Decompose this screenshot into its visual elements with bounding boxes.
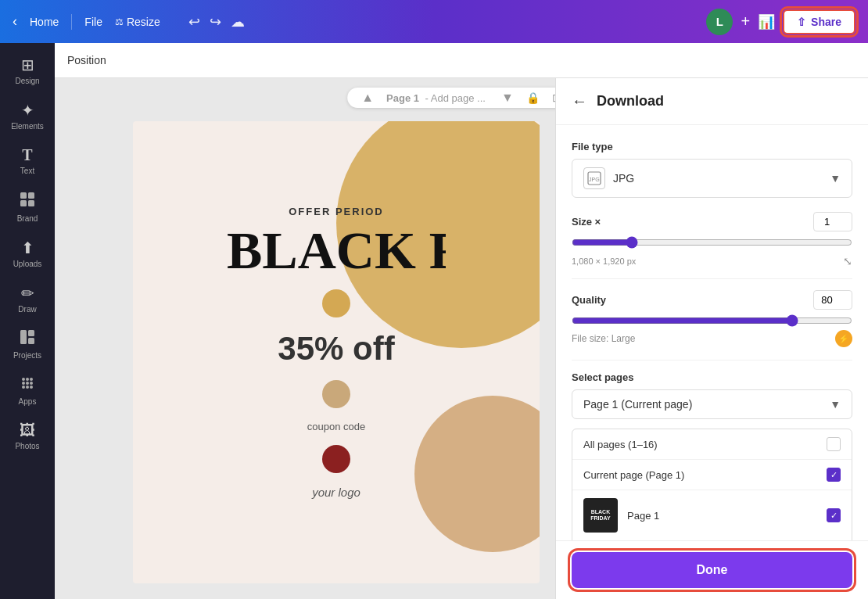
- page-all-name: All pages (1–16): [583, 439, 817, 450]
- page-1-checkbox[interactable]: ✓: [827, 508, 841, 522]
- projects-icon: [20, 329, 35, 349]
- sidebar-item-projects[interactable]: Projects: [2, 323, 52, 366]
- svg-rect-1: [28, 192, 34, 199]
- add-collaborator-button[interactable]: +: [741, 13, 750, 30]
- svg-rect-2: [20, 200, 27, 206]
- page-lock-icon[interactable]: 🔒: [526, 91, 540, 104]
- color-swatches: [227, 380, 446, 408]
- page-all-checkbox[interactable]: [827, 437, 841, 451]
- page-item-all[interactable]: All pages (1–16): [572, 429, 852, 460]
- save-cloud-icon[interactable]: ☁: [231, 13, 245, 30]
- sidebar-item-uploads[interactable]: ⬆ Uploads: [2, 232, 52, 274]
- topbar-right: L + 📊 ⇧ Share: [706, 9, 855, 35]
- page-indicator: ▲ Page 1 - Add page ... ▼ 🔒 ⊡: [347, 88, 576, 108]
- size-dims-icon: ⤡: [843, 255, 852, 267]
- headline-text: BLACK FRIDAY: [227, 224, 446, 277]
- sidebar-item-draw[interactable]: ✏ Draw: [2, 278, 52, 320]
- jpg-icon: JPG: [583, 167, 605, 189]
- toolbar: Position: [55, 43, 868, 78]
- pages-dropdown[interactable]: Page 1 (Current page) ▼: [572, 389, 852, 419]
- avatar[interactable]: L: [706, 9, 733, 35]
- sidebar-item-draw-label: Draw: [18, 305, 36, 314]
- page-1-thumb: BLACKFRIDAY: [583, 498, 618, 533]
- page-indicator-text: Page 1 - Add page ...: [386, 92, 489, 104]
- sidebar-item-apps[interactable]: Apps: [2, 369, 52, 412]
- filesize-row: File size: Large ⚡: [572, 330, 852, 347]
- svg-rect-0: [20, 192, 27, 199]
- sidebar-item-uploads-label: Uploads: [13, 260, 42, 268]
- sidebar-item-elements-label: Elements: [11, 122, 44, 131]
- share-button[interactable]: ⇧ Share: [783, 9, 855, 34]
- done-button-container: Done: [556, 540, 868, 599]
- filetype-dropdown[interactable]: JPG JPG ▼: [572, 159, 852, 198]
- panel-title: Download: [597, 93, 664, 109]
- offer-period-text: OFFER PERIOD: [227, 206, 446, 217]
- canvas-area: ▲ Page 1 - Add page ... ▼ 🔒 ⊡ OFFER PERI…: [55, 78, 868, 599]
- sidebar-item-elements[interactable]: ✦ Elements: [2, 95, 52, 137]
- size-slider-container: [572, 236, 852, 252]
- draw-icon: ✏: [21, 284, 34, 303]
- main-layout: ⊞ Design ✦ Elements T Text Brand ⬆ Uploa…: [0, 43, 868, 599]
- svg-point-9: [30, 378, 33, 381]
- design-icon: ⊞: [21, 56, 34, 74]
- discount-text: 35% off: [227, 330, 446, 368]
- pages-dropdown-text: Page 1 (Current page): [583, 398, 692, 411]
- quality-label: Quality: [572, 294, 606, 306]
- sidebar-item-brand-label: Brand: [17, 214, 38, 223]
- filetype-chevron-icon: ▼: [830, 172, 841, 185]
- topbar-center: ↩ ↪ ☁: [188, 13, 245, 30]
- photos-icon: 🖼: [20, 421, 35, 439]
- back-button[interactable]: ‹: [13, 13, 17, 30]
- topbar-divider: [71, 14, 72, 30]
- page-item-current[interactable]: Current page (Page 1) ✓: [572, 460, 852, 490]
- filetype-value: JPG: [613, 172, 634, 185]
- page-nav-down[interactable]: ▼: [501, 91, 514, 105]
- sidebar-item-apps-label: Apps: [19, 397, 37, 406]
- text-icon: T: [22, 146, 32, 164]
- topbar: ‹ Home File ⚖ Resize ↩ ↪ ☁ L + 📊 ⇧ Share: [0, 0, 868, 43]
- resize-icon: ⚖: [115, 16, 124, 27]
- svg-point-8: [26, 378, 29, 381]
- sidebar-item-text[interactable]: T Text: [2, 140, 52, 181]
- size-dims-text: 1,080 × 1,920 px: [572, 256, 636, 266]
- sidebar-item-photos[interactable]: 🖼 Photos: [2, 415, 52, 457]
- redo-button[interactable]: ↪: [210, 13, 221, 30]
- page-nav-up[interactable]: ▲: [361, 91, 374, 105]
- panel-body: File type JPG JPG ▼ Size ×: [556, 125, 868, 540]
- sidebar-item-brand[interactable]: Brand: [2, 185, 52, 229]
- analytics-icon[interactable]: 📊: [758, 13, 775, 30]
- svg-point-15: [30, 386, 33, 389]
- sidebar-item-design-label: Design: [15, 77, 39, 85]
- uploads-icon: ⬆: [21, 239, 34, 257]
- done-button[interactable]: Done: [572, 552, 852, 588]
- design-content: OFFER PERIOD BLACK FRIDAY 35% off coupon…: [211, 190, 461, 515]
- pages-list: All pages (1–16) Current page (Page 1) ✓…: [572, 429, 852, 540]
- separator-1: [572, 278, 852, 279]
- panel-back-button[interactable]: ←: [572, 92, 587, 110]
- undo-button[interactable]: ↩: [188, 13, 200, 30]
- size-row: Size ×: [572, 212, 852, 231]
- page-current-checkbox[interactable]: ✓: [827, 468, 841, 482]
- page-item-1[interactable]: BLACKFRIDAY Page 1 ✓: [572, 490, 852, 540]
- select-pages-label: Select pages: [572, 371, 852, 383]
- separator-2: [572, 360, 852, 360]
- apps-icon: [20, 375, 35, 395]
- size-dims-row: 1,080 × 1,920 px ⤡: [572, 255, 852, 267]
- color-swatches2: [227, 445, 446, 473]
- resize-button[interactable]: ⚖ Resize: [115, 16, 160, 28]
- design-preview: OFFER PERIOD BLACK FRIDAY 35% off coupon…: [133, 121, 540, 583]
- topbar-left: ‹ Home File ⚖ Resize: [13, 13, 160, 30]
- size-input[interactable]: [813, 212, 852, 231]
- page-1-name: Page 1: [627, 510, 817, 522]
- quality-slider[interactable]: [572, 314, 852, 327]
- size-slider[interactable]: [572, 236, 852, 249]
- home-link[interactable]: Home: [30, 16, 59, 28]
- file-menu[interactable]: File: [84, 16, 102, 28]
- sidebar-item-text-label: Text: [20, 167, 34, 175]
- quality-input[interactable]: [813, 290, 852, 310]
- quality-row: Quality: [572, 290, 852, 310]
- sidebar-item-design[interactable]: ⊞ Design: [2, 49, 52, 91]
- download-panel: ← Download File type JPG JPG ▼: [555, 78, 868, 599]
- content-area: Position ▲ Page 1 - Add page ... ▼ 🔒 ⊡ O: [55, 43, 868, 599]
- logo-text: your logo: [227, 486, 446, 499]
